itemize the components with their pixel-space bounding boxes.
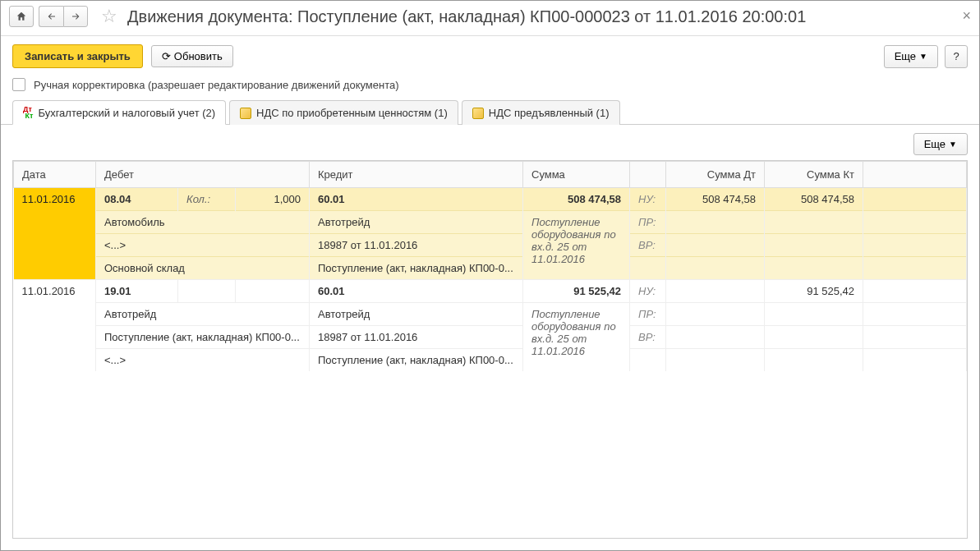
cell-credit-account: 60.01 [310,280,523,303]
tab-vat-acquired[interactable]: НДС по приобретенным ценностям (1) [229,100,458,125]
chevron-down-icon: ▼ [919,52,927,61]
cell-sum: 508 474,58 [523,188,630,211]
manual-edit-label: Ручная корректировка (разрешает редактир… [34,79,399,91]
cell-credit-line: Автотрейд [310,211,523,234]
cell-credit-line: 18987 от 11.01.2016 [310,234,523,257]
refresh-label: Обновить [174,50,223,62]
cell-qty-label [178,280,236,303]
cell-date: 11.01.2016 [14,280,96,372]
cell-tag: НУ: [630,280,666,303]
dt-kt-icon: Дт Кт [23,106,33,119]
cell-tag: НУ: [630,188,666,211]
tab-label: НДС предъявленный (1) [489,107,610,119]
tab-content: Еще ▼ Дата Дебет Кредит Сумма [1,125,979,550]
close-icon[interactable]: × [962,7,971,25]
home-icon [16,11,27,22]
table-row[interactable]: 11.01.2016 19.01 60.01 91 525,42 НУ: 91 … [14,280,967,303]
inner-more-button[interactable]: Еще ▼ [913,133,968,155]
cell-credit-line: 18987 от 11.01.2016 [310,326,523,349]
app-window: × ☆ Движения документа: Поступление (акт… [0,0,980,551]
col-sum[interactable]: Сумма [523,162,630,188]
table-row[interactable]: 11.01.2016 08.04 Кол.: 1,000 60.01 508 4… [14,188,967,211]
cell-qty-label: Кол.: [178,188,236,211]
cell-description: Поступление оборудования по вх.д. 25 от … [523,211,630,280]
cell-credit-account: 60.01 [310,188,523,211]
cell-sum-dt: 508 474,58 [666,188,765,211]
tab-label: Бухгалтерский и налоговый учет (2) [38,107,215,119]
cell-credit-line: Поступление (акт, накладная) КП00-0... [310,349,523,372]
titlebar: ☆ Движения документа: Поступление (акт, … [1,1,979,36]
entries-table-wrap[interactable]: Дата Дебет Кредит Сумма Сумма Дт Сумма К… [12,160,968,539]
cell-tag: ВР: [630,326,666,349]
table-subrow[interactable]: <...> Поступление (акт, накладная) КП00-… [14,349,967,372]
table-subrow[interactable]: Поступление (акт, накладная) КП00-0... 1… [14,326,967,349]
col-sum-kt[interactable]: Сумма Кт [765,162,863,188]
cell-tag: ВР: [630,234,666,257]
arrow-left-icon [46,11,58,21]
sheet-icon [240,108,251,119]
home-button[interactable] [9,6,34,27]
cell-debit-line: Основной склад [96,257,310,280]
cell-debit-line: Поступление (акт, накладная) КП00-0... [96,326,310,349]
table-subrow[interactable]: Основной склад Поступление (акт, накладн… [14,257,967,280]
cell-debit-line: <...> [96,349,310,372]
sheet-icon [472,108,484,119]
forward-button[interactable] [63,6,88,27]
col-credit[interactable]: Кредит [310,162,523,188]
chevron-down-icon: ▼ [949,140,957,149]
cell-sum-kt: 508 474,58 [765,188,863,211]
tab-label: НДС по приобретенным ценностям (1) [256,107,448,119]
tab-accounting[interactable]: Дт Кт Бухгалтерский и налоговый учет (2) [12,100,226,125]
cell-qty: 1,000 [236,188,310,211]
more-label: Еще [895,50,916,62]
cell-debit-account: 19.01 [96,280,178,303]
col-date[interactable]: Дата [14,162,96,188]
inner-toolbar: Еще ▼ [12,133,968,155]
cell-debit-line: <...> [96,234,310,257]
cell-tag: ПР: [630,303,666,326]
back-button[interactable] [39,6,63,27]
refresh-button[interactable]: ⟳ Обновить [151,45,233,67]
help-button[interactable]: ? [945,45,968,68]
table-header-row: Дата Дебет Кредит Сумма Сумма Дт Сумма К… [14,162,967,188]
manual-edit-checkbox[interactable] [12,78,25,91]
cell-debit-line: Автомобиль [96,211,310,234]
table-subrow[interactable]: <...> 18987 от 11.01.2016 ВР: [14,234,967,257]
table-subrow[interactable]: Автотрейд Автотрейд Поступление оборудов… [14,303,967,326]
cell-sum: 91 525,42 [523,280,630,303]
cell-debit-line: Автотрейд [96,303,310,326]
cell-debit-account: 08.04 [96,188,178,211]
col-tag[interactable] [630,162,666,188]
refresh-icon: ⟳ [162,50,171,62]
nav-group [39,6,88,27]
cell-credit-line: Автотрейд [310,303,523,326]
inner-more-label: Еще [924,138,945,150]
cell-qty [236,280,310,303]
page-title: Движения документа: Поступление (акт, на… [127,7,806,26]
tab-vat-presented[interactable]: НДС предъявленный (1) [462,100,620,125]
more-button[interactable]: Еще ▼ [884,45,938,68]
save-close-button[interactable]: Записать и закрыть [12,44,143,68]
cell-sum-dt [666,280,765,303]
cell-sum-kt: 91 525,42 [765,280,863,303]
col-tail [863,162,967,188]
manual-edit-row: Ручная корректировка (разрешает редактир… [1,75,979,99]
entries-table: Дата Дебет Кредит Сумма Сумма Дт Сумма К… [13,161,967,371]
cell-credit-line: Поступление (акт, накладная) КП00-0... [310,257,523,280]
cell-description: Поступление оборудования по вх.д. 25 от … [523,303,630,372]
col-sum-dt[interactable]: Сумма Дт [666,162,765,188]
main-toolbar: Записать и закрыть ⟳ Обновить Еще ▼ ? [1,36,979,75]
table-subrow[interactable]: Автомобиль Автотрейд Поступление оборудо… [14,211,967,234]
cell-date: 11.01.2016 [14,188,96,280]
col-debit[interactable]: Дебет [96,162,310,188]
favorite-icon[interactable]: ☆ [101,6,117,27]
tabs: Дт Кт Бухгалтерский и налоговый учет (2)… [1,99,979,125]
arrow-right-icon [70,11,81,21]
cell-tag: ПР: [630,211,666,234]
